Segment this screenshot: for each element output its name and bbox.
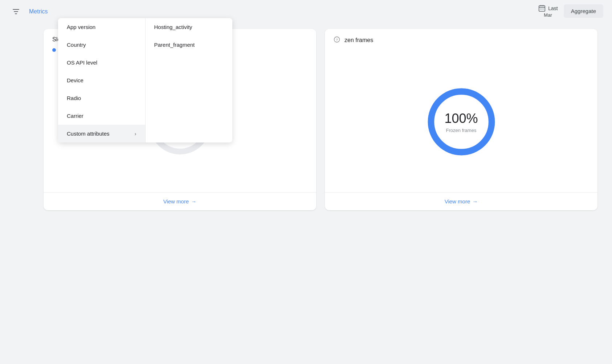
frozen-frames-card: ? zen frames 100% Frozen frames — [325, 29, 597, 210]
dot-blue-icon — [52, 48, 56, 52]
frozen-frames-title: ? zen frames — [325, 29, 597, 49]
metrics-label: Metrics — [29, 8, 48, 15]
filter-dropdown: App version Country OS API level Device … — [58, 18, 232, 142]
dropdown-item-os-api-level[interactable]: OS API level — [58, 54, 145, 71]
svg-rect-7 — [540, 9, 541, 9]
frozen-frames-footer: View more → — [325, 192, 597, 210]
dropdown-right-col: Hosting_activity Parent_fragment — [146, 18, 233, 142]
filter-button[interactable] — [9, 4, 23, 19]
svg-rect-3 — [539, 6, 545, 12]
calendar-icon — [538, 4, 546, 12]
dropdown-item-country[interactable]: Country — [58, 36, 145, 54]
dropdown-item-carrier[interactable]: Carrier — [58, 107, 145, 125]
dropdown-item-app-version[interactable]: App version — [58, 18, 145, 36]
svg-rect-2 — [15, 13, 17, 14]
dropdown-item-radio[interactable]: Radio — [58, 89, 145, 107]
frozen-frames-view-more[interactable]: View more → — [445, 198, 478, 204]
arrow-right-icon: → — [191, 198, 196, 204]
svg-rect-0 — [13, 9, 19, 10]
last-label: Last — [548, 5, 558, 11]
top-right-controls: Last Mar Aggregate — [538, 4, 603, 18]
slow-rendering-view-more[interactable]: View more → — [163, 198, 197, 204]
svg-rect-1 — [14, 11, 18, 12]
arrow-right-icon: → — [472, 198, 478, 204]
dropdown-item-device[interactable]: Device — [58, 71, 145, 89]
svg-rect-6 — [543, 5, 543, 7]
mar-label: Mar — [544, 12, 552, 18]
svg-text:?: ? — [336, 38, 338, 42]
date-range[interactable]: Last Mar — [538, 4, 558, 18]
aggregate-button[interactable]: Aggregate — [564, 4, 603, 18]
svg-rect-8 — [542, 9, 542, 9]
dropdown-item-custom-attributes[interactable]: Custom attributes › — [58, 125, 145, 142]
svg-rect-5 — [541, 5, 542, 7]
svg-rect-9 — [543, 9, 544, 9]
dropdown-item-parent-fragment[interactable]: Parent_fragment — [146, 36, 233, 54]
filter-icon — [12, 7, 20, 16]
info-icon: ? — [334, 36, 340, 43]
slow-rendering-footer: View more → — [44, 192, 316, 210]
chevron-right-icon: › — [135, 131, 136, 137]
frozen-frames-center: 100% Frozen frames — [444, 111, 478, 133]
dropdown-item-hosting-activity[interactable]: Hosting_activity — [146, 18, 233, 36]
frozen-frames-donut: 100% Frozen frames — [421, 82, 501, 162]
frozen-frames-subtitle — [325, 49, 597, 51]
frozen-frames-chart: 100% Frozen frames — [325, 51, 597, 192]
dropdown-left-col: App version Country OS API level Device … — [58, 18, 146, 142]
